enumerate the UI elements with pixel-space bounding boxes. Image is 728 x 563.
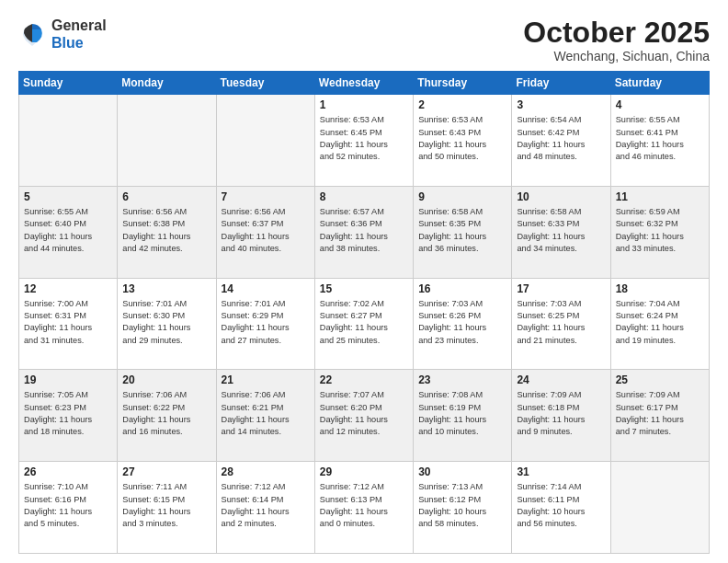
calendar-cell: 22Sunrise: 7:07 AM Sunset: 6:20 PM Dayli… bbox=[314, 370, 413, 462]
day-info: Sunrise: 7:00 AM Sunset: 6:31 PM Dayligh… bbox=[24, 298, 112, 347]
day-number: 1 bbox=[320, 98, 408, 111]
weekday-sunday: Sunday bbox=[19, 72, 118, 95]
calendar-week-3: 12Sunrise: 7:00 AM Sunset: 6:31 PM Dayli… bbox=[19, 278, 710, 370]
calendar-week-2: 5Sunrise: 6:55 AM Sunset: 6:40 PM Daylig… bbox=[19, 186, 710, 278]
day-number: 30 bbox=[418, 465, 506, 478]
weekday-tuesday: Tuesday bbox=[216, 72, 314, 95]
weekday-header: SundayMondayTuesdayWednesdayThursdayFrid… bbox=[19, 72, 710, 95]
day-number: 11 bbox=[616, 190, 704, 203]
day-number: 3 bbox=[517, 98, 605, 111]
day-info: Sunrise: 6:54 AM Sunset: 6:42 PM Dayligh… bbox=[517, 114, 605, 163]
day-number: 25 bbox=[616, 373, 704, 386]
month-title: October 2025 bbox=[523, 17, 710, 49]
day-info: Sunrise: 7:12 AM Sunset: 6:14 PM Dayligh… bbox=[222, 481, 310, 530]
calendar: SundayMondayTuesdayWednesdayThursdayFrid… bbox=[18, 71, 710, 554]
day-number: 18 bbox=[616, 282, 704, 295]
day-number: 16 bbox=[418, 282, 506, 295]
calendar-cell: 20Sunrise: 7:06 AM Sunset: 6:22 PM Dayli… bbox=[118, 370, 216, 462]
calendar-body: 1Sunrise: 6:53 AM Sunset: 6:45 PM Daylig… bbox=[19, 95, 710, 554]
logo-text: General Blue bbox=[51, 17, 107, 52]
day-number: 13 bbox=[122, 282, 210, 295]
day-info: Sunrise: 6:53 AM Sunset: 6:45 PM Dayligh… bbox=[320, 114, 408, 163]
header: General Blue October 2025 Wenchang, Sich… bbox=[18, 17, 710, 63]
day-info: Sunrise: 6:53 AM Sunset: 6:43 PM Dayligh… bbox=[418, 114, 506, 163]
weekday-monday: Monday bbox=[118, 72, 216, 95]
page: General Blue October 2025 Wenchang, Sich… bbox=[0, 0, 728, 563]
calendar-cell: 10Sunrise: 6:58 AM Sunset: 6:33 PM Dayli… bbox=[512, 186, 610, 278]
day-info: Sunrise: 7:07 AM Sunset: 6:20 PM Dayligh… bbox=[320, 389, 408, 438]
calendar-week-1: 1Sunrise: 6:53 AM Sunset: 6:45 PM Daylig… bbox=[19, 95, 710, 187]
day-info: Sunrise: 7:09 AM Sunset: 6:18 PM Dayligh… bbox=[517, 389, 605, 438]
day-info: Sunrise: 7:11 AM Sunset: 6:15 PM Dayligh… bbox=[122, 481, 210, 530]
weekday-thursday: Thursday bbox=[414, 72, 512, 95]
weekday-friday: Friday bbox=[512, 72, 610, 95]
day-info: Sunrise: 6:56 AM Sunset: 6:38 PM Dayligh… bbox=[122, 206, 210, 255]
calendar-cell: 2Sunrise: 6:53 AM Sunset: 6:43 PM Daylig… bbox=[414, 95, 512, 187]
calendar-cell: 6Sunrise: 6:56 AM Sunset: 6:38 PM Daylig… bbox=[118, 186, 216, 278]
day-number: 12 bbox=[24, 282, 112, 295]
day-info: Sunrise: 7:10 AM Sunset: 6:16 PM Dayligh… bbox=[24, 481, 112, 530]
weekday-wednesday: Wednesday bbox=[314, 72, 413, 95]
day-info: Sunrise: 7:13 AM Sunset: 6:12 PM Dayligh… bbox=[418, 481, 506, 530]
day-number: 4 bbox=[616, 98, 704, 111]
calendar-cell: 12Sunrise: 7:00 AM Sunset: 6:31 PM Dayli… bbox=[19, 278, 118, 370]
calendar-cell bbox=[19, 95, 118, 187]
day-number: 19 bbox=[24, 373, 112, 386]
day-number: 17 bbox=[517, 282, 605, 295]
day-info: Sunrise: 7:12 AM Sunset: 6:13 PM Dayligh… bbox=[320, 481, 408, 530]
day-number: 6 bbox=[122, 190, 210, 203]
day-info: Sunrise: 7:08 AM Sunset: 6:19 PM Dayligh… bbox=[418, 389, 506, 438]
day-info: Sunrise: 6:59 AM Sunset: 6:32 PM Dayligh… bbox=[616, 206, 704, 255]
calendar-cell: 3Sunrise: 6:54 AM Sunset: 6:42 PM Daylig… bbox=[512, 95, 610, 187]
location: Wenchang, Sichuan, China bbox=[523, 49, 710, 63]
day-number: 14 bbox=[222, 282, 310, 295]
calendar-cell: 7Sunrise: 6:56 AM Sunset: 6:37 PM Daylig… bbox=[216, 186, 314, 278]
calendar-cell: 4Sunrise: 6:55 AM Sunset: 6:41 PM Daylig… bbox=[610, 95, 709, 187]
day-info: Sunrise: 6:55 AM Sunset: 6:41 PM Dayligh… bbox=[616, 114, 704, 163]
calendar-cell: 28Sunrise: 7:12 AM Sunset: 6:14 PM Dayli… bbox=[216, 462, 314, 554]
calendar-cell: 18Sunrise: 7:04 AM Sunset: 6:24 PM Dayli… bbox=[610, 278, 709, 370]
calendar-cell: 5Sunrise: 6:55 AM Sunset: 6:40 PM Daylig… bbox=[19, 186, 118, 278]
calendar-cell: 13Sunrise: 7:01 AM Sunset: 6:30 PM Dayli… bbox=[118, 278, 216, 370]
day-number: 27 bbox=[122, 465, 210, 478]
day-info: Sunrise: 7:02 AM Sunset: 6:27 PM Dayligh… bbox=[320, 298, 408, 347]
day-number: 10 bbox=[517, 190, 605, 203]
calendar-cell: 1Sunrise: 6:53 AM Sunset: 6:45 PM Daylig… bbox=[314, 95, 413, 187]
calendar-cell: 17Sunrise: 7:03 AM Sunset: 6:25 PM Dayli… bbox=[512, 278, 610, 370]
day-number: 22 bbox=[320, 373, 408, 386]
day-number: 20 bbox=[122, 373, 210, 386]
day-info: Sunrise: 7:01 AM Sunset: 6:30 PM Dayligh… bbox=[122, 298, 210, 347]
calendar-cell: 19Sunrise: 7:05 AM Sunset: 6:23 PM Dayli… bbox=[19, 370, 118, 462]
calendar-cell: 16Sunrise: 7:03 AM Sunset: 6:26 PM Dayli… bbox=[414, 278, 512, 370]
day-info: Sunrise: 6:55 AM Sunset: 6:40 PM Dayligh… bbox=[24, 206, 112, 255]
day-number: 26 bbox=[24, 465, 112, 478]
day-number: 23 bbox=[418, 373, 506, 386]
calendar-cell: 24Sunrise: 7:09 AM Sunset: 6:18 PM Dayli… bbox=[512, 370, 610, 462]
day-number: 7 bbox=[222, 190, 310, 203]
day-number: 5 bbox=[24, 190, 112, 203]
day-number: 24 bbox=[517, 373, 605, 386]
day-info: Sunrise: 6:58 AM Sunset: 6:35 PM Dayligh… bbox=[418, 206, 506, 255]
day-info: Sunrise: 7:14 AM Sunset: 6:11 PM Dayligh… bbox=[517, 481, 605, 530]
day-number: 31 bbox=[517, 465, 605, 478]
day-number: 8 bbox=[320, 190, 408, 203]
day-info: Sunrise: 7:05 AM Sunset: 6:23 PM Dayligh… bbox=[24, 389, 112, 438]
calendar-cell: 11Sunrise: 6:59 AM Sunset: 6:32 PM Dayli… bbox=[610, 186, 709, 278]
calendar-cell: 8Sunrise: 6:57 AM Sunset: 6:36 PM Daylig… bbox=[314, 186, 413, 278]
calendar-cell bbox=[118, 95, 216, 187]
calendar-cell bbox=[610, 462, 709, 554]
calendar-cell: 23Sunrise: 7:08 AM Sunset: 6:19 PM Dayli… bbox=[414, 370, 512, 462]
calendar-cell: 14Sunrise: 7:01 AM Sunset: 6:29 PM Dayli… bbox=[216, 278, 314, 370]
day-info: Sunrise: 6:57 AM Sunset: 6:36 PM Dayligh… bbox=[320, 206, 408, 255]
day-number: 2 bbox=[418, 98, 506, 111]
day-info: Sunrise: 7:03 AM Sunset: 6:26 PM Dayligh… bbox=[418, 298, 506, 347]
logo-general: General bbox=[51, 17, 107, 34]
day-number: 9 bbox=[418, 190, 506, 203]
title-block: October 2025 Wenchang, Sichuan, China bbox=[523, 17, 710, 63]
day-number: 15 bbox=[320, 282, 408, 295]
day-info: Sunrise: 7:06 AM Sunset: 6:22 PM Dayligh… bbox=[122, 389, 210, 438]
day-info: Sunrise: 7:04 AM Sunset: 6:24 PM Dayligh… bbox=[616, 298, 704, 347]
day-number: 21 bbox=[222, 373, 310, 386]
weekday-saturday: Saturday bbox=[610, 72, 709, 95]
logo: General Blue bbox=[18, 17, 107, 52]
